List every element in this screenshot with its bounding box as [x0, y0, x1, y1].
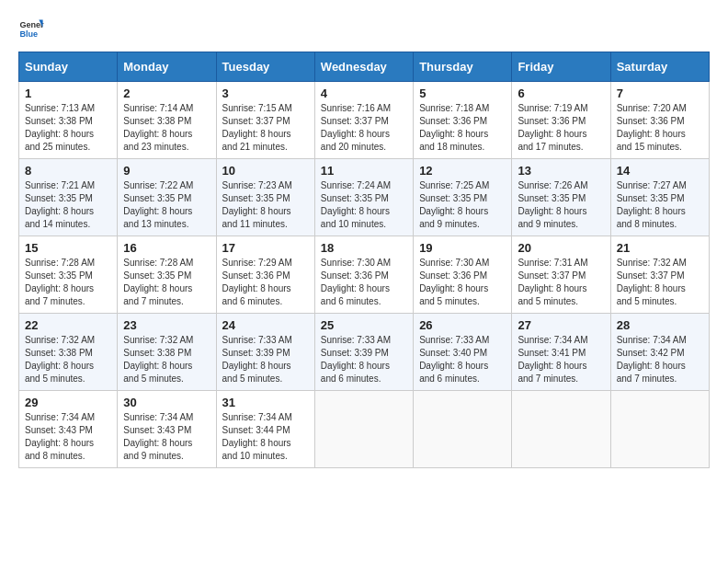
calendar-week-row: 15 Sunrise: 7:28 AM Sunset: 3:35 PM Dayl…: [19, 236, 710, 314]
calendar-cell: 10 Sunrise: 7:23 AM Sunset: 3:35 PM Dayl…: [216, 159, 314, 236]
calendar-cell: 11 Sunrise: 7:24 AM Sunset: 3:35 PM Dayl…: [314, 159, 413, 236]
day-number: 19: [419, 241, 506, 255]
calendar-cell: 7 Sunrise: 7:20 AM Sunset: 3:36 PM Dayli…: [610, 82, 709, 159]
day-number: 26: [419, 318, 506, 332]
cell-info: Sunrise: 7:32 AM Sunset: 3:37 PM Dayligh…: [617, 257, 703, 308]
cell-info: Sunrise: 7:30 AM Sunset: 3:36 PM Dayligh…: [321, 257, 407, 308]
logo-icon: General Blue: [18, 15, 44, 40]
day-number: 14: [617, 164, 703, 178]
calendar-cell: 17 Sunrise: 7:29 AM Sunset: 3:36 PM Dayl…: [216, 236, 314, 314]
calendar-cell: 25 Sunrise: 7:33 AM Sunset: 3:39 PM Dayl…: [314, 314, 413, 391]
calendar-cell: 20 Sunrise: 7:31 AM Sunset: 3:37 PM Dayl…: [512, 236, 610, 314]
page-header: General Blue: [18, 15, 710, 40]
day-of-week-header: Wednesday: [314, 52, 413, 82]
day-of-week-header: Monday: [118, 52, 216, 82]
cell-info: Sunrise: 7:19 AM Sunset: 3:36 PM Dayligh…: [518, 102, 604, 154]
day-number: 5: [419, 86, 506, 100]
cell-info: Sunrise: 7:20 AM Sunset: 3:36 PM Dayligh…: [617, 102, 703, 154]
calendar-cell: 27 Sunrise: 7:34 AM Sunset: 3:41 PM Dayl…: [512, 314, 610, 391]
calendar-cell: [610, 391, 709, 468]
day-of-week-header: Saturday: [610, 52, 709, 82]
cell-info: Sunrise: 7:27 AM Sunset: 3:35 PM Dayligh…: [617, 179, 703, 231]
cell-info: Sunrise: 7:30 AM Sunset: 3:36 PM Dayligh…: [419, 257, 506, 308]
day-number: 7: [617, 86, 703, 100]
cell-info: Sunrise: 7:28 AM Sunset: 3:35 PM Dayligh…: [25, 257, 111, 308]
day-number: 23: [123, 318, 210, 332]
cell-info: Sunrise: 7:15 AM Sunset: 3:37 PM Dayligh…: [222, 102, 309, 154]
calendar-cell: 18 Sunrise: 7:30 AM Sunset: 3:36 PM Dayl…: [314, 236, 413, 314]
cell-info: Sunrise: 7:16 AM Sunset: 3:37 PM Dayligh…: [321, 102, 407, 154]
day-of-week-header: Friday: [512, 52, 610, 82]
cell-info: Sunrise: 7:23 AM Sunset: 3:35 PM Dayligh…: [222, 179, 309, 231]
svg-text:Blue: Blue: [19, 29, 38, 39]
day-number: 13: [518, 164, 604, 178]
day-number: 21: [617, 241, 703, 255]
calendar-week-row: 22 Sunrise: 7:32 AM Sunset: 3:38 PM Dayl…: [19, 314, 710, 391]
cell-info: Sunrise: 7:25 AM Sunset: 3:35 PM Dayligh…: [419, 179, 506, 231]
cell-info: Sunrise: 7:34 AM Sunset: 3:42 PM Dayligh…: [617, 334, 703, 385]
cell-info: Sunrise: 7:21 AM Sunset: 3:35 PM Dayligh…: [25, 179, 111, 231]
cell-info: Sunrise: 7:22 AM Sunset: 3:35 PM Dayligh…: [123, 179, 210, 231]
cell-info: Sunrise: 7:34 AM Sunset: 3:41 PM Dayligh…: [518, 334, 604, 385]
calendar-table: SundayMondayTuesdayWednesdayThursdayFrid…: [18, 52, 710, 468]
logo: General Blue: [18, 15, 44, 40]
day-number: 15: [25, 241, 111, 255]
cell-info: Sunrise: 7:34 AM Sunset: 3:43 PM Dayligh…: [123, 411, 210, 463]
calendar-cell: 19 Sunrise: 7:30 AM Sunset: 3:36 PM Dayl…: [414, 236, 512, 314]
cell-info: Sunrise: 7:18 AM Sunset: 3:36 PM Dayligh…: [419, 102, 506, 154]
calendar-cell: 31 Sunrise: 7:34 AM Sunset: 3:44 PM Dayl…: [216, 391, 314, 468]
day-number: 10: [222, 164, 309, 178]
day-number: 18: [321, 241, 407, 255]
cell-info: Sunrise: 7:33 AM Sunset: 3:40 PM Dayligh…: [419, 334, 506, 385]
day-number: 2: [123, 86, 210, 100]
calendar-cell: 8 Sunrise: 7:21 AM Sunset: 3:35 PM Dayli…: [19, 159, 118, 236]
calendar-week-row: 29 Sunrise: 7:34 AM Sunset: 3:43 PM Dayl…: [19, 391, 710, 468]
day-number: 20: [518, 241, 604, 255]
cell-info: Sunrise: 7:32 AM Sunset: 3:38 PM Dayligh…: [25, 334, 111, 385]
calendar-cell: [314, 391, 413, 468]
cell-info: Sunrise: 7:31 AM Sunset: 3:37 PM Dayligh…: [518, 257, 604, 308]
calendar-cell: 15 Sunrise: 7:28 AM Sunset: 3:35 PM Dayl…: [19, 236, 118, 314]
day-number: 16: [123, 241, 210, 255]
calendar-cell: 2 Sunrise: 7:14 AM Sunset: 3:38 PM Dayli…: [118, 82, 216, 159]
day-number: 17: [222, 241, 309, 255]
cell-info: Sunrise: 7:24 AM Sunset: 3:35 PM Dayligh…: [321, 179, 407, 231]
calendar-cell: 1 Sunrise: 7:13 AM Sunset: 3:38 PM Dayli…: [19, 82, 118, 159]
calendar-cell: 9 Sunrise: 7:22 AM Sunset: 3:35 PM Dayli…: [118, 159, 216, 236]
day-number: 3: [222, 86, 309, 100]
cell-info: Sunrise: 7:33 AM Sunset: 3:39 PM Dayligh…: [222, 334, 309, 385]
calendar-cell: 28 Sunrise: 7:34 AM Sunset: 3:42 PM Dayl…: [610, 314, 709, 391]
calendar-week-row: 8 Sunrise: 7:21 AM Sunset: 3:35 PM Dayli…: [19, 159, 710, 236]
calendar-cell: 16 Sunrise: 7:28 AM Sunset: 3:35 PM Dayl…: [118, 236, 216, 314]
calendar-header-row: SundayMondayTuesdayWednesdayThursdayFrid…: [19, 52, 710, 82]
calendar-cell: 12 Sunrise: 7:25 AM Sunset: 3:35 PM Dayl…: [414, 159, 512, 236]
cell-info: Sunrise: 7:26 AM Sunset: 3:35 PM Dayligh…: [518, 179, 604, 231]
calendar-cell: 4 Sunrise: 7:16 AM Sunset: 3:37 PM Dayli…: [314, 82, 413, 159]
calendar-cell: [414, 391, 512, 468]
cell-info: Sunrise: 7:28 AM Sunset: 3:35 PM Dayligh…: [123, 257, 210, 308]
day-number: 22: [25, 318, 111, 332]
day-number: 1: [25, 86, 111, 100]
cell-info: Sunrise: 7:29 AM Sunset: 3:36 PM Dayligh…: [222, 257, 309, 308]
calendar-cell: 3 Sunrise: 7:15 AM Sunset: 3:37 PM Dayli…: [216, 82, 314, 159]
calendar-cell: 22 Sunrise: 7:32 AM Sunset: 3:38 PM Dayl…: [19, 314, 118, 391]
calendar-cell: 23 Sunrise: 7:32 AM Sunset: 3:38 PM Dayl…: [118, 314, 216, 391]
calendar-cell: 6 Sunrise: 7:19 AM Sunset: 3:36 PM Dayli…: [512, 82, 610, 159]
cell-info: Sunrise: 7:32 AM Sunset: 3:38 PM Dayligh…: [123, 334, 210, 385]
day-number: 11: [321, 164, 407, 178]
day-of-week-header: Thursday: [414, 52, 512, 82]
calendar-cell: 26 Sunrise: 7:33 AM Sunset: 3:40 PM Dayl…: [414, 314, 512, 391]
calendar-cell: 30 Sunrise: 7:34 AM Sunset: 3:43 PM Dayl…: [118, 391, 216, 468]
calendar-cell: [512, 391, 610, 468]
day-number: 8: [25, 164, 111, 178]
day-number: 27: [518, 318, 604, 332]
day-number: 25: [321, 318, 407, 332]
cell-info: Sunrise: 7:34 AM Sunset: 3:44 PM Dayligh…: [222, 411, 309, 463]
calendar-cell: 29 Sunrise: 7:34 AM Sunset: 3:43 PM Dayl…: [19, 391, 118, 468]
cell-info: Sunrise: 7:14 AM Sunset: 3:38 PM Dayligh…: [123, 102, 210, 154]
calendar-cell: 13 Sunrise: 7:26 AM Sunset: 3:35 PM Dayl…: [512, 159, 610, 236]
day-number: 12: [419, 164, 506, 178]
calendar-cell: 21 Sunrise: 7:32 AM Sunset: 3:37 PM Dayl…: [610, 236, 709, 314]
day-number: 31: [222, 396, 309, 409]
calendar-cell: 14 Sunrise: 7:27 AM Sunset: 3:35 PM Dayl…: [610, 159, 709, 236]
